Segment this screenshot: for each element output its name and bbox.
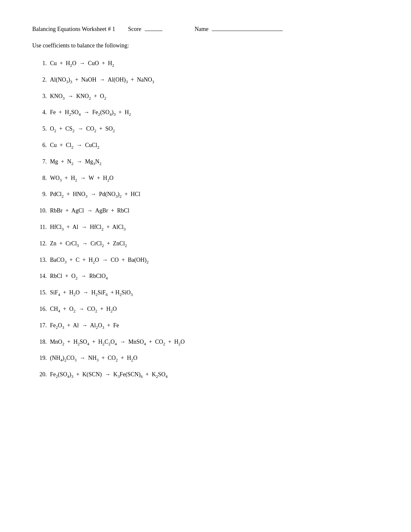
eq-number-2: 2. — [32, 75, 47, 84]
eq-content-8: WO3 + H2 → W + H2O — [50, 173, 113, 183]
eq-content-1: Cu + H2O → CuO + H2 — [50, 59, 114, 68]
equation-3: 3. KNO3 → KNO2 + O2 — [32, 92, 379, 101]
equation-2: 2. Al(NO3)3 + NaOH → Al(OH)3 + NaNO3 — [32, 75, 379, 84]
eq-number-7: 7. — [32, 157, 47, 166]
eq-content-17: Fe2O3 + Al → Al2O3 + Fe — [50, 321, 119, 330]
eq-number-16: 16. — [32, 304, 47, 314]
eq-content-14: RbCl + O2 → RbClO4 — [50, 271, 108, 281]
eq-content-13: BaCO3 + C + H2O → CO + Ba(OH)2 — [50, 255, 149, 265]
equation-11: 11. HfCl3 + Al → HfCl2 + AlCl3 — [32, 222, 379, 232]
eq-number-4: 4. — [32, 108, 47, 117]
eq-number-10: 10. — [32, 206, 47, 215]
eq-number-17: 17. — [32, 321, 47, 330]
eq-content-7: Mg + N2 → Mg3N2 — [50, 157, 102, 166]
eq-content-4: Fe + H2SO4 → Fe2(SO4)3 + H2 — [50, 108, 131, 117]
equation-13: 13. BaCO3 + C + H2O → CO + Ba(OH)2 — [32, 255, 379, 265]
eq-content-10: RbBr + AgCl → AgBr + RbCl — [50, 206, 129, 215]
eq-number-12: 12. — [32, 239, 47, 248]
eq-number-11: 11. — [32, 222, 47, 232]
equation-15: 15. SiF4 + H2O → H2SiF6 + H2SiO3 — [32, 288, 379, 297]
eq-content-20: Fe2(SO4)3 + K(SCN) → K3Fe(SCN)6 + K2SO4 — [50, 370, 168, 379]
eq-content-6: Cu + Cl2 → CuCl2 — [50, 141, 99, 150]
eq-content-11: HfCl3 + Al → HfCl2 + AlCl3 — [50, 222, 126, 232]
equation-17: 17. Fe2O3 + Al → Al2O3 + Fe — [32, 321, 379, 330]
eq-number-8: 8. — [32, 173, 47, 183]
equation-10: 10. RbBr + AgCl → AgBr + RbCl — [32, 206, 379, 215]
eq-content-16: CH4 + O2 → CO2 + H2O — [50, 304, 117, 314]
equation-20: 20. Fe2(SO4)3 + K(SCN) → K3Fe(SCN)6 + K2… — [32, 370, 379, 379]
equation-5: 5. O2 + CS2 → CO2 + SO2 — [32, 124, 379, 133]
header: Balancing Equations Worksheet # 1 Score … — [32, 26, 379, 49]
eq-content-19: (NH4)2CO3 → NH3 + CO2 + H2O — [50, 353, 137, 363]
equation-16: 16. CH4 + O2 → CO2 + H2O — [32, 304, 379, 314]
eq-number-15: 15. — [32, 288, 47, 297]
equation-18: 18. MnO2 + H2SO4 + H2C2O4 → MnSO4 + CO2 … — [32, 337, 379, 347]
equation-6: 6. Cu + Cl2 → CuCl2 — [32, 141, 379, 150]
eq-number-5: 5. — [32, 124, 47, 133]
eq-number-6: 6. — [32, 141, 47, 150]
eq-content-18: MnO2 + H2SO4 + H2C2O4 → MnSO4 + CO2 + H2… — [50, 337, 185, 347]
eq-content-9: PdCl2 + HNO3 → Pd(NO3)2 + HCl — [50, 190, 140, 199]
equation-8: 8. WO3 + H2 → W + H2O — [32, 173, 379, 183]
equation-7: 7. Mg + N2 → Mg3N2 — [32, 157, 379, 166]
eq-number-19: 19. — [32, 353, 47, 363]
eq-content-12: Zn + CrCl3 → CrCl2 + ZnCl2 — [50, 239, 127, 248]
eq-content-3: KNO3 → KNO2 + O2 — [50, 92, 106, 101]
name-blank[interactable] — [212, 31, 283, 31]
equation-19: 19. (NH4)2CO3 → NH3 + CO2 + H2O — [32, 353, 379, 363]
eq-content-2: Al(NO3)3 + NaOH → Al(OH)3 + NaNO3 — [50, 75, 154, 84]
equations-list: 1. Cu + H2O → CuO + H2 2. Al(NO3)3 + NaO… — [32, 59, 379, 379]
eq-number-1: 1. — [32, 59, 47, 68]
score-blank[interactable] — [145, 31, 162, 31]
eq-number-3: 3. — [32, 92, 47, 101]
worksheet-title: Balancing Equations Worksheet # 1 — [32, 26, 115, 33]
equation-4: 4. Fe + H2SO4 → Fe2(SO4)3 + H2 — [32, 108, 379, 117]
eq-content-5: O2 + CS2 → CO2 + SO2 — [50, 124, 115, 133]
eq-number-20: 20. — [32, 370, 47, 379]
eq-number-18: 18. — [32, 337, 47, 347]
eq-number-9: 9. — [32, 190, 47, 199]
equation-12: 12. Zn + CrCl3 → CrCl2 + ZnCl2 — [32, 239, 379, 248]
eq-content-15: SiF4 + H2O → H2SiF6 + H2SiO3 — [50, 288, 133, 297]
equation-1: 1. Cu + H2O → CuO + H2 — [32, 59, 379, 68]
eq-number-14: 14. — [32, 271, 47, 281]
equation-14: 14. RbCl + O2 → RbClO4 — [32, 271, 379, 281]
eq-number-13: 13. — [32, 255, 47, 265]
instructions: Use coefficients to balance the followin… — [32, 42, 379, 49]
equation-9: 9. PdCl2 + HNO3 → Pd(NO3)2 + HCl — [32, 190, 379, 199]
name-section: Name — [195, 26, 283, 33]
score-section: Score — [128, 26, 162, 33]
